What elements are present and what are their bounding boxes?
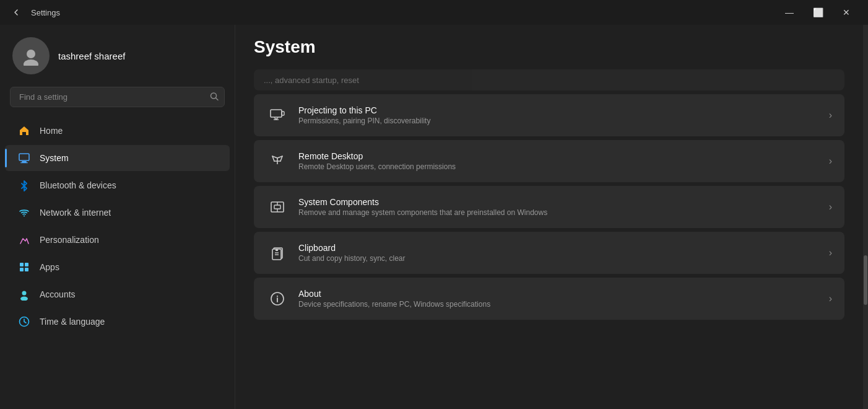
settings-row-projecting[interactable]: Projecting to this PC Permissions, pairi… bbox=[254, 94, 844, 136]
about-chevron: › bbox=[829, 293, 832, 304]
avatar bbox=[12, 37, 50, 74]
projecting-chevron: › bbox=[829, 110, 832, 121]
titlebar-left: Settings bbox=[7, 4, 60, 21]
projecting-text: Projecting to this PC Permissions, pairi… bbox=[298, 105, 819, 125]
svg-point-12 bbox=[22, 291, 27, 296]
sidebar-item-time[interactable]: Time & language bbox=[5, 309, 230, 335]
svg-rect-8 bbox=[20, 263, 24, 266]
sidebar-item-apps[interactable]: Apps bbox=[5, 254, 230, 280]
sidebar-item-label-apps: Apps bbox=[40, 262, 59, 272]
svg-rect-22 bbox=[274, 205, 280, 209]
partial-settings-row[interactable]: ..., advanced startup, reset bbox=[254, 69, 844, 90]
settings-row-remote-desktop[interactable]: Remote Desktop Remote Desktop users, con… bbox=[254, 140, 844, 182]
system-components-subtitle: Remove and manage system components that… bbox=[298, 208, 819, 217]
projecting-subtitle: Permissions, pairing PIN, discoverabilit… bbox=[298, 117, 819, 125]
svg-rect-4 bbox=[19, 154, 29, 161]
settings-row-system-components[interactable]: System Components Remove and manage syst… bbox=[254, 186, 844, 228]
system-components-title: System Components bbox=[298, 197, 819, 207]
projecting-title: Projecting to this PC bbox=[298, 105, 819, 115]
search-input[interactable] bbox=[10, 87, 225, 107]
remote-desktop-text: Remote Desktop Remote Desktop users, con… bbox=[298, 151, 819, 171]
sidebar-item-accounts[interactable]: Accounts bbox=[5, 281, 230, 307]
about-icon bbox=[266, 288, 289, 310]
svg-point-13 bbox=[20, 297, 28, 301]
sidebar-item-bluetooth[interactable]: Bluetooth & devices bbox=[5, 172, 230, 198]
sidebar-profile: tashreef shareef bbox=[0, 25, 235, 84]
settings-row-about[interactable]: About Device specifications, rename PC, … bbox=[254, 278, 844, 320]
sidebar-item-personalization[interactable]: Personalization bbox=[5, 227, 230, 253]
about-subtitle: Device specifications, rename PC, Window… bbox=[298, 300, 819, 309]
projecting-icon bbox=[266, 104, 289, 126]
partial-row-text: ..., advanced startup, reset bbox=[264, 76, 359, 85]
sidebar-item-system[interactable]: System bbox=[5, 145, 230, 171]
sidebar: tashreef shareef Home bbox=[0, 25, 235, 409]
bluetooth-icon bbox=[17, 178, 31, 192]
remote-desktop-chevron: › bbox=[829, 156, 832, 167]
clipboard-text: Clipboard Cut and copy history, sync, cl… bbox=[298, 243, 819, 263]
svg-rect-29 bbox=[276, 249, 278, 251]
main-layout: tashreef shareef Home bbox=[0, 25, 868, 409]
svg-rect-11 bbox=[25, 268, 28, 271]
clipboard-title: Clipboard bbox=[298, 243, 819, 253]
scrollbar-track[interactable] bbox=[863, 25, 868, 409]
maximize-button[interactable]: ⬜ bbox=[804, 2, 832, 22]
remote-desktop-icon bbox=[266, 150, 289, 172]
sidebar-item-label-system: System bbox=[40, 153, 69, 163]
svg-line-3 bbox=[216, 98, 219, 100]
apps-icon bbox=[17, 260, 31, 274]
scrollbar-thumb[interactable] bbox=[864, 255, 867, 305]
accounts-icon bbox=[17, 288, 31, 301]
home-icon bbox=[17, 124, 31, 138]
time-icon bbox=[17, 315, 31, 328]
svg-point-7 bbox=[24, 216, 25, 217]
profile-name: tashreef shareef bbox=[58, 51, 125, 61]
svg-point-32 bbox=[277, 296, 278, 297]
sidebar-item-label-home: Home bbox=[40, 126, 63, 136]
close-button[interactable]: ✕ bbox=[832, 2, 861, 22]
svg-rect-10 bbox=[20, 268, 24, 271]
svg-point-1 bbox=[24, 59, 38, 66]
sidebar-item-label-personalization: Personalization bbox=[40, 235, 99, 245]
svg-rect-6 bbox=[20, 162, 28, 163]
clipboard-chevron: › bbox=[829, 247, 832, 258]
svg-rect-16 bbox=[282, 112, 284, 115]
remote-desktop-subtitle: Remote Desktop users, connection permiss… bbox=[298, 162, 819, 171]
system-components-chevron: › bbox=[829, 201, 832, 213]
sidebar-item-home[interactable]: Home bbox=[5, 118, 230, 144]
sidebar-item-network[interactable]: Network & internet bbox=[5, 200, 230, 226]
titlebar-controls: — ⬜ ✕ bbox=[775, 2, 861, 22]
minimize-button[interactable]: — bbox=[775, 2, 804, 22]
svg-rect-15 bbox=[271, 110, 282, 117]
about-title: About bbox=[298, 289, 819, 299]
settings-row-clipboard[interactable]: Clipboard Cut and copy history, sync, cl… bbox=[254, 232, 844, 274]
content-area: System ..., advanced startup, reset Proj… bbox=[235, 25, 863, 409]
system-components-text: System Components Remove and manage syst… bbox=[298, 197, 819, 217]
search-icon[interactable] bbox=[210, 92, 219, 102]
titlebar: Settings — ⬜ ✕ bbox=[0, 0, 868, 25]
clipboard-subtitle: Cut and copy history, sync, clear bbox=[298, 254, 819, 263]
about-text: About Device specifications, rename PC, … bbox=[298, 289, 819, 309]
nav-items: Home System bbox=[0, 117, 235, 335]
titlebar-title: Settings bbox=[31, 8, 60, 17]
page-title: System bbox=[254, 37, 844, 57]
back-button[interactable] bbox=[7, 4, 25, 21]
sidebar-item-label-bluetooth: Bluetooth & devices bbox=[40, 180, 116, 190]
svg-rect-5 bbox=[22, 161, 27, 162]
remote-desktop-title: Remote Desktop bbox=[298, 151, 819, 161]
system-components-icon bbox=[266, 196, 289, 218]
network-icon bbox=[17, 206, 31, 219]
clipboard-icon bbox=[266, 242, 289, 264]
sidebar-item-label-time: Time & language bbox=[40, 317, 105, 327]
sidebar-item-label-network: Network & internet bbox=[40, 208, 111, 218]
svg-point-0 bbox=[27, 50, 35, 58]
search-box bbox=[10, 87, 225, 107]
system-icon bbox=[17, 151, 31, 165]
personalization-icon bbox=[17, 233, 31, 247]
svg-rect-9 bbox=[25, 263, 28, 266]
sidebar-item-label-accounts: Accounts bbox=[40, 289, 76, 299]
